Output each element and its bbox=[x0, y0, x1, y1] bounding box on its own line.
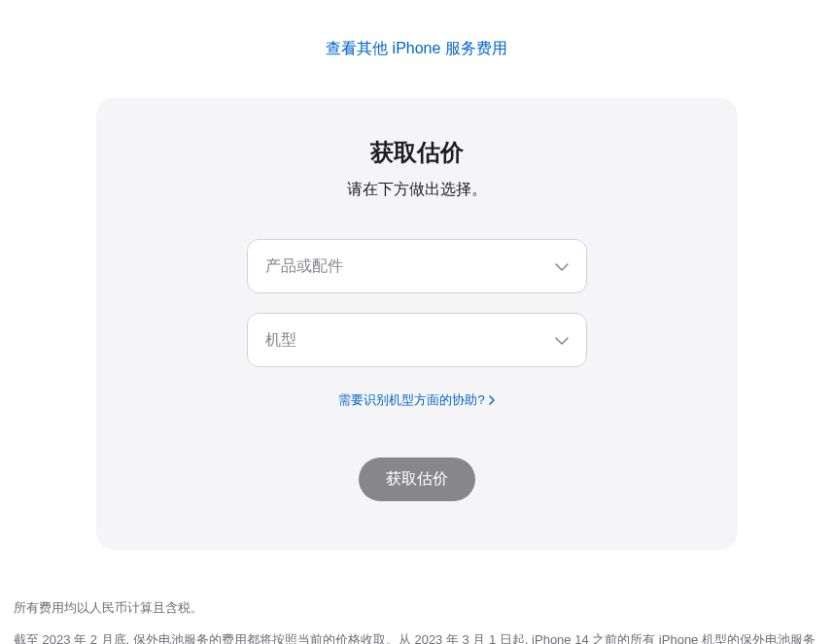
product-select-label: 产品或配件 bbox=[265, 256, 343, 277]
chevron-down-icon bbox=[555, 257, 569, 275]
help-link-text: 需要识别机型方面的协助? bbox=[338, 391, 484, 409]
model-select-label: 机型 bbox=[265, 330, 296, 351]
get-estimate-button[interactable]: 获取估价 bbox=[359, 458, 475, 501]
estimate-card: 获取估价 请在下方做出选择。 产品或配件 机型 需要识别机型方面的协助? bbox=[96, 98, 738, 550]
model-select[interactable]: 机型 bbox=[247, 313, 587, 367]
other-services-link[interactable]: 查看其他 iPhone 服务费用 bbox=[326, 40, 507, 56]
card-title: 获取估价 bbox=[145, 137, 689, 168]
product-select[interactable]: 产品或配件 bbox=[247, 239, 587, 293]
card-subtitle: 请在下方做出选择。 bbox=[145, 180, 689, 200]
footer-line1: 所有费用均以人民币计算且含税。 bbox=[14, 598, 819, 619]
footer-line2: 截至 2023 年 2 月底, 保外电池服务的费用都将按照当前的价格收取。从 2… bbox=[14, 630, 819, 644]
model-help-link[interactable]: 需要识别机型方面的协助? bbox=[338, 391, 494, 409]
chevron-down-icon bbox=[555, 331, 569, 349]
chevron-right-icon bbox=[489, 393, 495, 408]
footer-notes: 所有费用均以人民币计算且含税。 截至 2023 年 2 月底, 保外电池服务的费… bbox=[0, 569, 833, 644]
footer-line2-text1: 截至 2023 年 2 月底, 保外电池服务的费用都将按照当前的价格收取。从 2… bbox=[14, 632, 816, 644]
